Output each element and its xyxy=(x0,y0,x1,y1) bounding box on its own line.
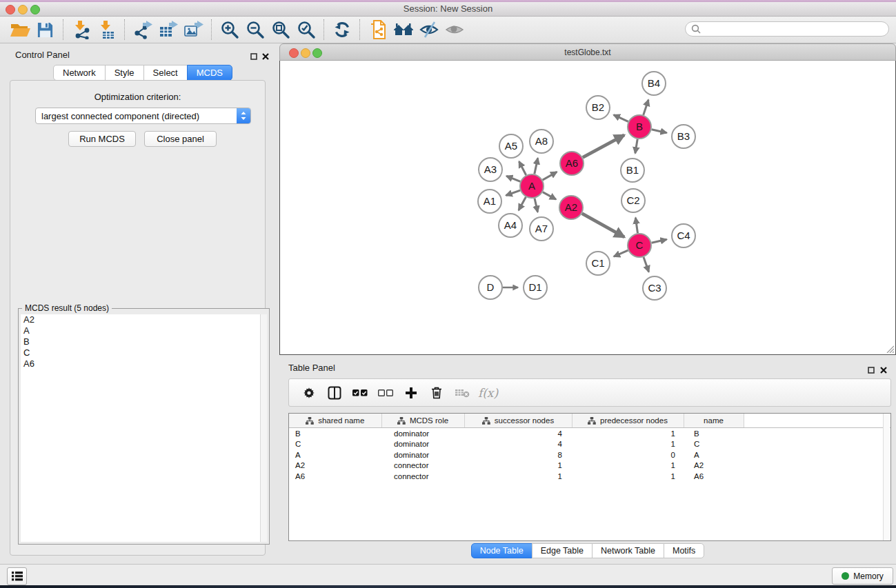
function-builder-button-disabled[interactable]: f(x) xyxy=(475,383,500,403)
import-table-button[interactable] xyxy=(94,19,119,41)
close-traffic-light[interactable] xyxy=(289,48,299,58)
network-window-title: testGlobe.txt xyxy=(280,44,895,61)
tab-select[interactable]: Select xyxy=(143,65,188,81)
tab-edge-table[interactable]: Edge Table xyxy=(532,543,593,558)
table-panel-title: Table Panel xyxy=(288,363,335,373)
table-row[interactable]: Bdominator41B xyxy=(289,428,890,439)
graph-edge-C-C3[interactable] xyxy=(644,257,649,272)
minimize-traffic-light[interactable] xyxy=(301,48,310,58)
table-row[interactable]: Cdominator41C xyxy=(289,439,890,450)
tab-network[interactable]: Network xyxy=(53,65,106,81)
graph-edge-B-B3[interactable] xyxy=(652,130,667,133)
delete-column-button[interactable] xyxy=(424,383,449,403)
graph-edge-A-A2[interactable] xyxy=(543,192,556,200)
zoom-traffic-light[interactable] xyxy=(312,48,322,58)
mcds-result-item[interactable]: B xyxy=(21,336,261,347)
graph-edge-B-B1[interactable] xyxy=(635,139,637,154)
table-panel: Table Panel xyxy=(279,360,896,562)
toolbar-separator xyxy=(359,19,360,40)
add-column-button[interactable] xyxy=(398,383,424,403)
network-view-window: testGlobe.txt B4B2BB3A8A5A6A3B1AA1C2A2A4… xyxy=(279,43,896,355)
column-header-MCDS-role[interactable]: MCDS role xyxy=(381,414,464,428)
mcds-result-item[interactable]: C xyxy=(21,347,261,358)
graph-edge-A6-B[interactable] xyxy=(583,135,624,158)
table-row[interactable]: A2connector11A2 xyxy=(289,460,890,472)
list-scrollbar[interactable] xyxy=(260,314,267,542)
select-all-button[interactable] xyxy=(347,383,372,403)
column-header-shared-name[interactable]: shared name xyxy=(289,414,381,428)
tab-node-table[interactable]: Node Table xyxy=(471,543,532,558)
new-network-from-selection-button[interactable] xyxy=(365,19,390,41)
graph-edge-A-A8[interactable] xyxy=(535,158,538,174)
close-panel-icon[interactable] xyxy=(880,364,887,376)
memory-button[interactable]: Memory xyxy=(832,567,893,585)
mcds-result-list[interactable]: A2ABCA6 xyxy=(21,314,261,542)
mcds-result-item[interactable]: A2 xyxy=(21,314,261,325)
resize-grip-icon[interactable] xyxy=(885,344,894,353)
zoom-traffic-light[interactable] xyxy=(30,5,40,14)
task-history-button[interactable] xyxy=(7,567,27,585)
float-panel-icon[interactable] xyxy=(250,50,257,63)
delete-table-button-disabled[interactable] xyxy=(449,383,475,403)
graph-edge-A-A3[interactable] xyxy=(506,176,520,181)
refresh-view-button[interactable] xyxy=(329,19,355,41)
graph-edge-A-A6[interactable] xyxy=(543,172,557,180)
graph-edge-C-C2[interactable] xyxy=(635,218,637,233)
graph-node-label-A5: A5 xyxy=(505,140,517,152)
run-mcds-button[interactable]: Run MCDS xyxy=(68,131,136,147)
table-row[interactable]: Adominator80A xyxy=(289,449,890,460)
minimize-traffic-light[interactable] xyxy=(18,5,28,14)
deselect-all-button[interactable] xyxy=(372,383,398,403)
zoom-out-button[interactable] xyxy=(242,19,268,41)
hide-graphics-details-button[interactable] xyxy=(416,19,441,41)
document-network-icon xyxy=(369,20,387,39)
graph-node-label-A: A xyxy=(528,180,535,192)
graph-edge-B-B4[interactable] xyxy=(644,100,648,115)
tab-network-table[interactable]: Network Table xyxy=(592,543,664,558)
tab-mcds[interactable]: MCDS xyxy=(187,65,232,81)
eye-icon xyxy=(445,22,464,37)
column-header-predecessor-nodes[interactable]: predecessor nodes xyxy=(572,414,684,428)
export-network-button[interactable] xyxy=(130,19,155,41)
graph-edge-A-A7[interactable] xyxy=(535,199,538,212)
graph-edge-A-A1[interactable] xyxy=(506,190,521,195)
ndex-button[interactable] xyxy=(390,19,416,41)
float-panel-icon[interactable] xyxy=(868,364,875,376)
graph-edge-A-A5[interactable] xyxy=(519,161,526,175)
import-network-button[interactable] xyxy=(68,19,94,41)
export-table-button[interactable] xyxy=(155,19,181,41)
table-tabs: Node TableEdge TableNetwork TableMotifs xyxy=(279,543,896,558)
open-session-button[interactable] xyxy=(7,19,32,41)
network-window-titlebar[interactable]: testGlobe.txt xyxy=(279,43,896,61)
graph-edge-A2-C[interactable] xyxy=(582,214,624,237)
export-network-icon xyxy=(132,20,153,39)
zoom-fit-button[interactable] xyxy=(268,19,293,41)
close-traffic-light[interactable] xyxy=(6,5,15,14)
table-row[interactable]: A6connector11A6 xyxy=(289,471,890,482)
zoom-selected-button[interactable] xyxy=(293,19,319,41)
column-header-name[interactable]: name xyxy=(684,414,744,428)
export-image-button[interactable] xyxy=(181,19,206,41)
close-panel-button[interactable]: Close panel xyxy=(144,131,217,147)
graph-edge-C-C4[interactable] xyxy=(652,239,667,243)
mcds-result-item[interactable]: A6 xyxy=(21,358,261,369)
graph-edge-C-C1[interactable] xyxy=(614,250,628,256)
criterion-dropdown[interactable]: largest connected component (directed) xyxy=(35,108,251,124)
show-graphics-details-button[interactable] xyxy=(441,19,467,41)
search-input[interactable] xyxy=(704,23,888,35)
search-field[interactable] xyxy=(685,21,889,37)
zoom-in-button[interactable] xyxy=(217,19,242,41)
graph-edge-A-A4[interactable] xyxy=(519,197,526,210)
network-canvas[interactable]: B4B2BB3A8A5A6A3B1AA1C2A2A4A7C4CC1C3DD1 xyxy=(279,61,896,355)
tab-style[interactable]: Style xyxy=(105,65,144,81)
tab-motifs[interactable]: Motifs xyxy=(664,543,704,558)
save-session-button[interactable] xyxy=(32,19,58,41)
graph-node-label-B1: B1 xyxy=(626,164,639,176)
close-panel-icon[interactable] xyxy=(262,50,269,63)
mcds-result-item[interactable]: A xyxy=(21,325,261,336)
table-scrollbar[interactable] xyxy=(883,414,890,540)
column-header-successor-nodes[interactable]: successor nodes xyxy=(464,414,572,428)
graph-edge-B-B2[interactable] xyxy=(614,115,628,122)
show-columns-button[interactable] xyxy=(321,383,347,403)
table-settings-button[interactable] xyxy=(296,383,321,403)
